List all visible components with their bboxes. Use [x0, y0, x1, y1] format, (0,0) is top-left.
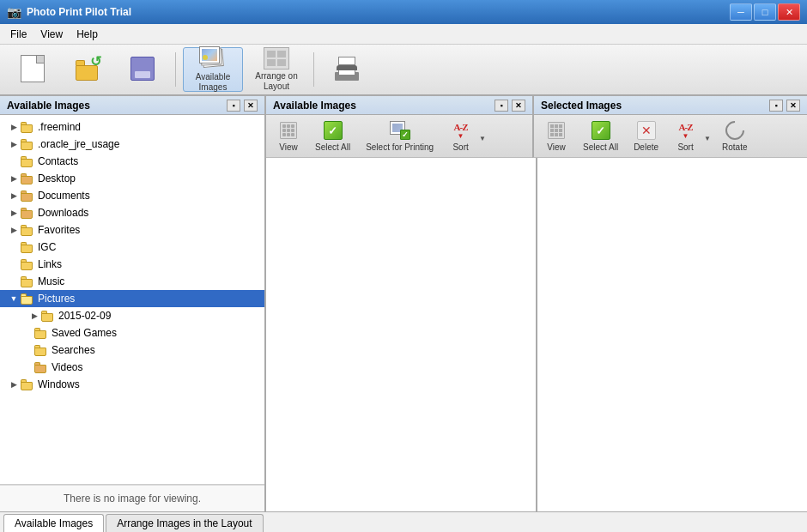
- toolbar: ↺ Available Images: [0, 45, 807, 96]
- sel-delete-icon: ✕: [636, 120, 657, 141]
- menu-view[interactable]: View: [33, 27, 70, 42]
- app-icon: 📷: [7, 5, 21, 19]
- avail-panel-controls: ▪ ✕: [495, 100, 525, 112]
- avail-panel-title: Available Images: [273, 100, 356, 112]
- tree-item-searches[interactable]: ▶ Searches: [0, 342, 264, 359]
- sel-panel-restore-btn[interactable]: ▪: [769, 100, 783, 112]
- menu-file[interactable]: File: [3, 27, 33, 42]
- available-images-label: Available Images: [184, 72, 242, 93]
- tree-toggle-windows[interactable]: ▶: [7, 378, 21, 391]
- minimize-button[interactable]: ─: [730, 3, 752, 21]
- avail-sort-label: Sort: [452, 142, 468, 152]
- left-panel-header: Available Images ▪ ✕: [0, 96, 264, 115]
- folder-icon-2015: [41, 310, 55, 322]
- tree-item-favorites[interactable]: ▶ Favorites: [0, 221, 264, 239]
- tree-label-desktop: Desktop: [38, 172, 76, 184]
- tree-label-pictures: Pictures: [38, 293, 75, 305]
- tree-label-favorites: Favorites: [38, 224, 80, 236]
- open-button[interactable]: ↺: [62, 47, 113, 92]
- tree-toggle-documents[interactable]: ▶: [7, 189, 21, 203]
- close-button[interactable]: ✕: [778, 3, 800, 21]
- sel-rotate-button[interactable]: Rotate: [716, 117, 753, 155]
- sel-panel-close-btn[interactable]: ✕: [786, 100, 800, 112]
- sel-select-all-label: Select All: [583, 142, 618, 152]
- tree-item-downloads[interactable]: ▶ Downloads: [0, 204, 264, 221]
- image-content-area: [266, 158, 807, 511]
- left-panel-title: Available Images: [7, 100, 90, 112]
- avail-panel-close-btn[interactable]: ✕: [512, 100, 525, 112]
- file-tree[interactable]: ▶ .freemind ▶ .oracle_jre_usage ▶ Contac…: [0, 115, 264, 485]
- menu-help[interactable]: Help: [70, 27, 105, 42]
- tree-toggle-2015[interactable]: ▶: [27, 309, 41, 323]
- sel-view-icon: [546, 120, 567, 141]
- tab-available-images[interactable]: Available Images: [3, 514, 104, 532]
- tree-item-2015[interactable]: ▶ 2015-02-09: [0, 307, 264, 324]
- avail-panel-restore-btn[interactable]: ▪: [495, 100, 508, 112]
- avail-view-button[interactable]: View: [271, 117, 306, 155]
- tree-label-saved-games: Saved Games: [52, 327, 117, 339]
- tree-item-igc[interactable]: ▶ IGC: [0, 239, 264, 256]
- tree-item-links[interactable]: ▶ Links: [0, 256, 264, 273]
- tree-toggle-downloads[interactable]: ▶: [7, 206, 21, 220]
- tree-item-oracle[interactable]: ▶ .oracle_jre_usage: [0, 136, 264, 153]
- menu-bar: File View Help: [0, 24, 807, 45]
- avail-sort-dropdown-button[interactable]: ▼: [477, 121, 488, 155]
- left-panel-close-btn[interactable]: ✕: [244, 100, 258, 112]
- avail-sort-wrapper: A-Z ▼ Sort ▼: [443, 117, 488, 155]
- folder-icon-searches: [34, 344, 48, 356]
- folder-icon-saved-games: [34, 327, 48, 339]
- avail-view-label: View: [279, 142, 298, 152]
- avail-select-all-button[interactable]: ✓ Select All: [309, 117, 356, 155]
- sel-sort-dropdown-button[interactable]: ▼: [702, 121, 713, 155]
- sel-delete-button[interactable]: ✕ Delete: [628, 117, 664, 155]
- left-panel-restore-btn[interactable]: ▪: [227, 100, 240, 112]
- toolbar-separator-2: [313, 52, 314, 87]
- sel-select-all-icon: ✓: [591, 120, 611, 141]
- tree-item-freemind[interactable]: ▶ .freemind: [0, 118, 264, 136]
- tree-item-saved-games[interactable]: ▶ Saved Games: [0, 324, 264, 342]
- no-image-text: There is no image for viewing.: [0, 485, 264, 511]
- folder-icon-contacts: [21, 155, 34, 167]
- avail-panel-header: Available Images ▪ ✕: [266, 96, 532, 115]
- folder-icon-links: [21, 258, 34, 270]
- available-images-icon: [199, 46, 227, 70]
- tree-label-videos: Videos: [52, 361, 82, 373]
- new-button[interactable]: [7, 47, 58, 92]
- avail-select-print-icon: ✓: [390, 120, 410, 141]
- sel-sort-icon: A-Z ▼: [676, 120, 696, 141]
- tree-item-windows[interactable]: ▶ Windows: [0, 376, 264, 393]
- sel-view-label: View: [547, 142, 566, 152]
- folder-icon-downloads: [21, 207, 34, 219]
- tree-label-freemind: .freemind: [38, 121, 81, 133]
- sel-view-button[interactable]: View: [539, 117, 573, 155]
- tree-label-music: Music: [38, 275, 64, 287]
- tree-toggle-oracle[interactable]: ▶: [7, 137, 21, 151]
- sel-select-all-button[interactable]: ✓ Select All: [577, 117, 624, 155]
- tree-toggle-desktop[interactable]: ▶: [7, 172, 21, 185]
- tree-toggle-freemind[interactable]: ▶: [7, 120, 21, 134]
- arrange-layout-button[interactable]: Arrange on Layout: [246, 47, 306, 92]
- tree-label-igc: IGC: [38, 241, 56, 253]
- tree-item-documents[interactable]: ▶ Documents: [0, 187, 264, 204]
- tree-item-contacts[interactable]: ▶ Contacts: [0, 153, 264, 170]
- tree-toggle-pictures[interactable]: ▼: [7, 292, 21, 305]
- folder-icon-videos: [34, 361, 48, 373]
- print-icon: [333, 55, 361, 82]
- save-button[interactable]: [117, 47, 168, 92]
- tree-item-music[interactable]: ▶ Music: [0, 273, 264, 290]
- sel-sort-label: Sort: [677, 142, 693, 152]
- tree-item-pictures[interactable]: ▼ Pictures: [0, 290, 264, 307]
- avail-select-print-button[interactable]: ✓ Select for Printing: [360, 117, 440, 155]
- tree-item-videos[interactable]: ▶ Videos: [0, 359, 264, 376]
- available-images-button[interactable]: Available Images: [183, 47, 243, 92]
- tab-arrange[interactable]: Arrange Images in the Layout: [106, 514, 263, 532]
- print-button[interactable]: [321, 47, 373, 92]
- folder-icon-pictures: [21, 293, 34, 305]
- tree-toggle-favorites[interactable]: ▶: [7, 223, 21, 237]
- tree-item-desktop[interactable]: ▶ Desktop: [0, 170, 264, 187]
- avail-sort-button[interactable]: A-Z ▼ Sort: [443, 117, 477, 155]
- tree-label-windows: Windows: [38, 378, 80, 390]
- maximize-button[interactable]: □: [754, 3, 776, 21]
- sel-sort-button[interactable]: A-Z ▼ Sort: [668, 117, 702, 155]
- main-content: Available Images ▪ ✕ ▶ .freemind ▶ .orac…: [0, 96, 807, 511]
